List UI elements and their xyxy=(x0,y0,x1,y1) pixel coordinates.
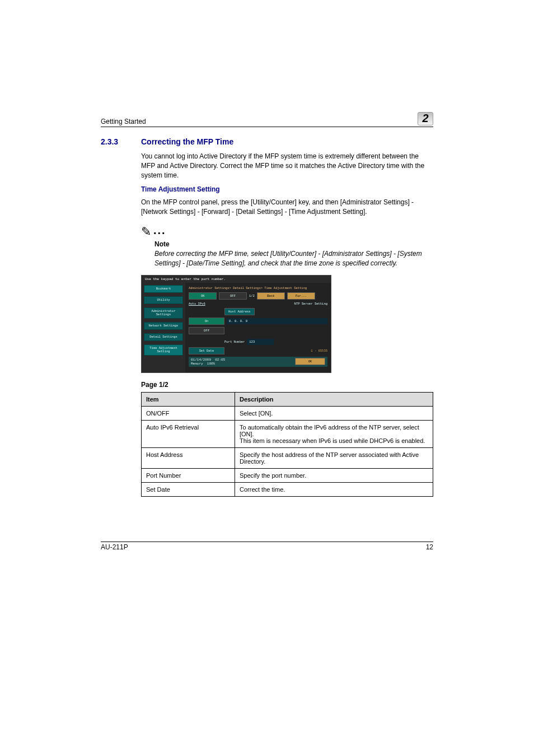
scr-off-small-button: Off xyxy=(189,327,224,334)
instruction-text: On the MFP control panel, press the [Uti… xyxy=(141,198,433,217)
cell-desc: Correct the time. xyxy=(235,482,433,496)
scr-off-button: OFF xyxy=(219,292,247,300)
footer-page-number: 12 xyxy=(426,543,433,551)
scr-ok-button: OK xyxy=(295,358,325,365)
scr-set-date-button: Set Date xyxy=(189,347,224,354)
scr-hint: Use the keypad to enter the port number. xyxy=(142,276,331,283)
footer-model: AU-211P xyxy=(101,543,128,551)
table-row: Set Date Correct the time. xyxy=(142,482,433,496)
table-row: ON/OFF Select [ON]. xyxy=(142,406,433,420)
section-title: Correcting the MFP Time xyxy=(141,137,233,146)
scr-port-label: Port Number xyxy=(224,340,245,344)
scr-side-bookmark: Bookmark xyxy=(144,285,183,293)
scr-port-range: 1 - 65535 xyxy=(311,349,327,353)
scr-host-address-value: 0. 0. 0. 0 xyxy=(227,318,327,324)
scr-breadcrumb: Administrator Settings> Detail Settings>… xyxy=(189,286,327,290)
table-row: Port Number Specify the port number. xyxy=(142,468,433,482)
scr-side-time: Time Adjustment Setting xyxy=(144,344,183,356)
scr-date: 01/14/2009 xyxy=(191,358,211,362)
cell-item: ON/OFF xyxy=(142,406,235,420)
cell-item: Host Address xyxy=(142,447,235,468)
col-header-item: Item xyxy=(142,392,235,406)
note-icon: ✎ xyxy=(141,225,151,239)
cell-item: Auto IPv6 Retrieval xyxy=(142,420,235,447)
cell-desc: Specify the host address of the NTP serv… xyxy=(235,447,433,468)
scr-ntp-label: NTP Server Setting xyxy=(294,302,327,306)
scr-side-utility: Utility xyxy=(144,296,183,304)
scr-page-indicator: 1/2 xyxy=(249,294,255,298)
scr-side-network: Network Settings xyxy=(144,322,183,330)
note-text: Before correcting the MFP time, select [… xyxy=(154,249,433,268)
note-block: ✎ ... Note Before correcting the MFP tim… xyxy=(141,225,433,268)
table-row: Auto IPv6 Retrieval To automatically obt… xyxy=(142,420,433,447)
scr-on-small-button: On xyxy=(189,318,224,325)
note-dots-icon: ... xyxy=(153,224,166,237)
panel-screenshot: Use the keypad to enter the port number.… xyxy=(141,275,331,373)
table-row: Host Address Specify the host address of… xyxy=(142,447,433,468)
cell-desc: To automatically obtain the IPv6 address… xyxy=(235,420,433,447)
cell-desc: Specify the port number. xyxy=(235,468,433,482)
scr-auto-ipv6-label: Auto IPv6 xyxy=(189,302,205,306)
scr-side-detail: Detail Settings xyxy=(144,333,183,341)
scr-host-address-label: Host Address xyxy=(224,308,255,315)
scr-back-button: Back xyxy=(257,292,285,300)
scr-on-button: ON xyxy=(189,292,217,300)
running-head: Getting Started xyxy=(101,118,418,125)
section-intro: You cannot log into Active Directory if … xyxy=(141,152,433,180)
scr-time: 02:05 xyxy=(215,358,225,362)
chapter-number-badge: 2 xyxy=(418,112,433,125)
scr-forward-button: For... xyxy=(287,292,315,300)
note-label: Note xyxy=(154,240,433,248)
scr-side-admin: Administrator Settings xyxy=(144,307,183,319)
cell-item: Port Number xyxy=(142,468,235,482)
settings-table: Item Description ON/OFF Select [ON]. Aut… xyxy=(141,392,433,497)
scr-memory-label: Memory xyxy=(191,362,203,366)
cell-desc: Select [ON]. xyxy=(235,406,433,420)
subheading: Time Adjustment Setting xyxy=(141,185,433,193)
scr-memory-pct: 100% xyxy=(207,362,215,366)
scr-port-value: 123 xyxy=(247,339,274,345)
table-caption: Page 1/2 xyxy=(141,381,433,389)
section-number: 2.3.3 xyxy=(101,137,141,146)
cell-item: Set Date xyxy=(142,482,235,496)
col-header-description: Description xyxy=(235,392,433,406)
